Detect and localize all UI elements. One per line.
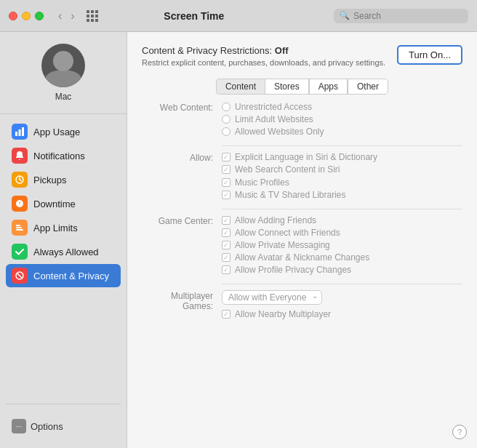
sidebar-item-pickups[interactable]: Pickups (6, 168, 121, 191)
checkbox: ✓ (222, 253, 231, 262)
user-name: Mac (55, 92, 72, 102)
web-content-section: Web Content: Unrestricted Access Limit A… (142, 102, 462, 137)
content-privacy-icon (12, 268, 28, 284)
header-status: Off (275, 45, 289, 56)
svg-rect-2 (22, 127, 24, 136)
options-item[interactable]: ··· Options (12, 416, 115, 436)
radio-circle (222, 127, 231, 136)
app-limits-icon (12, 220, 28, 236)
checkbox: ✓ (222, 165, 231, 174)
checkbox-music-profiles[interactable]: ✓ Music Profiles (222, 177, 462, 188)
checkbox: ✓ (222, 241, 231, 249)
pickups-icon (12, 172, 28, 188)
allow-label: Allow: (142, 152, 222, 163)
svg-rect-0 (15, 132, 17, 136)
content-header: Content & Privacy Restrictions: Off Rest… (127, 32, 477, 74)
close-button[interactable] (9, 12, 17, 20)
always-allowed-icon (12, 244, 28, 260)
checkbox-web-search-siri[interactable]: ✓ Web Search Content in Siri (222, 164, 462, 175)
divider (222, 209, 462, 209)
notifications-icon (12, 148, 28, 164)
radio-circle (222, 103, 231, 111)
tab-other[interactable]: Other (348, 79, 388, 95)
sidebar-item-label: Notifications (33, 151, 85, 161)
help-button[interactable]: ? (452, 425, 467, 439)
checkbox-private-messaging[interactable]: ✓ Allow Private Messaging (222, 240, 462, 250)
checkbox: ✓ (222, 216, 231, 225)
web-content-label: Web Content: (142, 102, 222, 113)
tab-apps[interactable]: Apps (309, 79, 348, 95)
game-center-section: Game Center: ✓ Allow Adding Friends ✓ Al… (142, 215, 462, 275)
empty-label (142, 177, 222, 178)
header-subtitle: Restrict explicit content, purchases, do… (142, 58, 397, 67)
options-label: Options (31, 421, 63, 432)
sidebar-item-notifications[interactable]: Notifications (6, 144, 121, 167)
search-icon: 🔍 (340, 11, 350, 20)
multiplayer-dropdown[interactable]: Allow with Everyone Friends Only Off (222, 290, 322, 305)
sidebar-divider (6, 404, 121, 404)
radio-circle (222, 115, 231, 124)
checkbox-avatar-nickname[interactable]: ✓ Allow Avatar & Nickname Changes (222, 252, 462, 263)
game-center-label: Game Center: (142, 215, 222, 226)
sidebar-item-always-allowed[interactable]: Always Allowed (6, 240, 121, 263)
checkbox: ✓ (222, 153, 231, 161)
sidebar-item-label: Content & Privacy (33, 271, 109, 281)
sidebar-item-label: Pickups (33, 175, 67, 185)
radio-limit-adult[interactable]: Limit Adult Websites (222, 114, 462, 124)
checkbox: ✓ (222, 191, 231, 199)
sidebar-item-app-usage[interactable]: App Usage (6, 120, 121, 143)
checkbox: ✓ (222, 265, 231, 274)
tab-content[interactable]: Content (216, 79, 265, 95)
window-title: Screen Time (60, 10, 328, 22)
checkbox-allow-adding-friends[interactable]: ✓ Allow Adding Friends (222, 215, 462, 225)
options-icon: ··· (12, 419, 26, 433)
checkbox: ✓ (222, 178, 231, 187)
svg-rect-6 (16, 227, 22, 228)
sidebar-item-downtime[interactable]: Downtime (6, 192, 121, 215)
downtime-icon (12, 196, 28, 212)
turn-on-button[interactable]: Turn On... (397, 45, 462, 65)
svg-rect-1 (19, 129, 21, 136)
allow-section: Allow: ✓ Explicit Language in Siri & Dic… (142, 152, 462, 200)
checkbox: ✓ (222, 310, 231, 319)
svg-rect-5 (16, 225, 20, 226)
sidebar-item-label: App Limits (33, 223, 78, 233)
avatar-section: Mac (0, 44, 127, 114)
svg-rect-4 (16, 229, 23, 231)
app-usage-icon (12, 124, 28, 140)
sidebar-item-label: Always Allowed (33, 247, 99, 257)
sidebar-item-app-limits[interactable]: App Limits (6, 216, 121, 239)
tab-stores[interactable]: Stores (265, 79, 309, 95)
checkbox-profile-privacy[interactable]: ✓ Allow Profile Privacy Changes (222, 265, 462, 275)
checkbox-explicit-siri[interactable]: ✓ Explicit Language in Siri & Dictionary (222, 152, 462, 162)
avatar (41, 44, 85, 87)
divider (222, 145, 462, 146)
header-title: Content & Privacy Restrictions: Off (142, 45, 397, 56)
checkbox-connect-with-friends[interactable]: ✓ Allow Connect with Friends (222, 228, 462, 238)
multiplayer-section: Multiplayer Games: Allow with Everyone F… (142, 290, 462, 319)
minimize-button[interactable] (22, 12, 31, 20)
sidebar-item-label: App Usage (33, 127, 80, 137)
checkbox-nearby-multiplayer[interactable]: ✓ Allow Nearby Multiplayer (222, 309, 462, 319)
sidebar-item-label: Downtime (33, 199, 76, 209)
checkbox-music-tv-libraries[interactable]: ✓ Music & TV Shared Libraries (222, 190, 462, 200)
sidebar-item-content-privacy[interactable]: Content & Privacy (6, 264, 121, 287)
radio-allowed-only[interactable]: Allowed Websites Only (222, 127, 462, 137)
checkbox: ✓ (222, 228, 231, 237)
maximize-button[interactable] (35, 12, 44, 20)
multiplayer-label: Multiplayer Games: (142, 290, 222, 311)
search-input[interactable] (353, 11, 462, 21)
divider (222, 284, 462, 284)
radio-unrestricted[interactable]: Unrestricted Access (222, 102, 462, 112)
tabs-row: Content Stores Apps Other (127, 74, 477, 102)
